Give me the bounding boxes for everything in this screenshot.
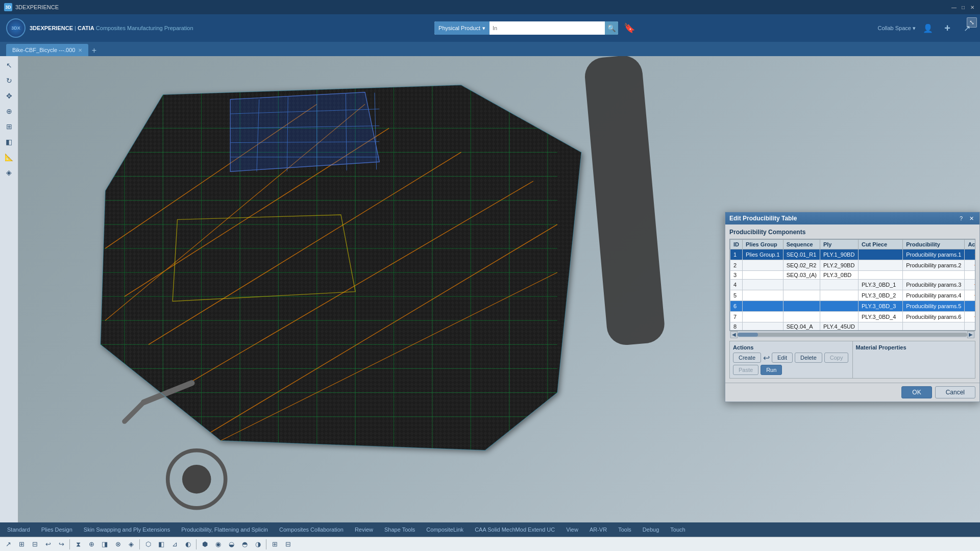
search-type-dropdown[interactable]: Physical Product ▾ (434, 21, 489, 35)
toolbar-icon-15[interactable]: ⬢ (199, 538, 211, 550)
lt-pan-icon[interactable]: ✥ (2, 89, 16, 103)
toolbar-icon-18[interactable]: ◓ (238, 538, 251, 550)
bottom-tab-9[interactable]: View (561, 524, 583, 535)
toolbar-separator-1 (69, 539, 70, 549)
toolbar-icon-21[interactable]: ⊟ (282, 538, 294, 550)
delete-button[interactable]: Delete (795, 353, 822, 363)
bottom-tab-0[interactable]: Standard (2, 524, 35, 535)
lt-rotate-icon[interactable]: ↻ (2, 73, 16, 88)
toolbar-icon-5[interactable]: ↪ (55, 538, 67, 550)
lt-select-icon[interactable]: ↖ (2, 58, 16, 72)
dialog-help-button[interactable]: ? (957, 214, 965, 222)
toolbar-icon-2[interactable]: ⊞ (15, 538, 28, 550)
copy-button[interactable]: Copy (824, 353, 849, 363)
cell-row3-col3: SEQ.03_(A) (783, 271, 820, 280)
toolbar-icon-1[interactable]: ↗ (2, 538, 14, 550)
bottom-tab-12[interactable]: Debug (638, 524, 664, 535)
window-controls[interactable]: — □ ✕ (950, 4, 976, 11)
table-row[interactable]: 2SEQ.02_R2PLY.2_90BDProducibility params… (730, 260, 976, 271)
svg-line-34 (173, 181, 533, 393)
titlebar-left: 3D 3DEXPERIENCE (4, 3, 59, 11)
table-header-row: ID Plies Group Sequence Ply Cut Piece Pr… (730, 240, 976, 249)
bottom-tab-5[interactable]: Review (350, 524, 378, 535)
paste-button[interactable]: Paste (733, 365, 758, 375)
toolbar-icon-10[interactable]: ◈ (125, 538, 137, 550)
tab-close-icon[interactable]: ✕ (78, 47, 82, 53)
table-row[interactable]: 5PLY.3_0BD_2Producibility params.4✦Hand … (730, 290, 976, 301)
toolbar-icon-6[interactable]: ⧗ (72, 538, 84, 550)
toolbar-icon-12[interactable]: ◧ (155, 538, 167, 550)
table-row[interactable]: 3SEQ.03_(A)PLY.3_0BD (730, 271, 976, 280)
bottom-tab-10[interactable]: AR-VR (584, 524, 612, 535)
table-horizontal-scrollbar[interactable]: ◀ ▶ (729, 331, 975, 338)
bookmark-button[interactable]: 🔖 (622, 21, 636, 35)
cell-row5-col5: PLY.3_0BD_2 (858, 290, 902, 301)
toolbar-separator-2 (139, 539, 140, 549)
close-button[interactable]: ✕ (969, 4, 976, 11)
table-row[interactable]: 7PLY.3_0BD_4Producibility params.6✦Hand … (730, 312, 976, 322)
table-row[interactable]: 1Plies Group.1SEQ.01_R1PLY.1_90BDProduci… (730, 249, 976, 260)
bottom-tab-2[interactable]: Skin Swapping and Ply Extensions (79, 524, 175, 535)
create-button[interactable]: Create (733, 353, 761, 363)
scroll-left-arrow[interactable]: ◀ (730, 331, 738, 338)
search-area: Physical Product ▾ 🔍 🔖 (200, 21, 872, 35)
toolbar-icon-8[interactable]: ◨ (99, 538, 111, 550)
producibility-table-wrapper[interactable]: ID Plies Group Sequence Ply Cut Piece Pr… (729, 239, 975, 331)
scrollbar-thumb[interactable] (738, 333, 758, 337)
main-tab[interactable]: Bike-CBF_Bicycle ---.000 ✕ (6, 44, 88, 56)
bottom-tab-11[interactable]: Tools (613, 524, 636, 535)
toolbar-icon-3[interactable]: ⊟ (29, 538, 41, 550)
table-row[interactable]: 8SEQ.04_APLY.4_45UD (730, 322, 976, 331)
maximize-button[interactable]: □ (960, 4, 967, 11)
search-input[interactable] (489, 21, 605, 35)
toolbar-icon-16[interactable]: ◉ (212, 538, 224, 550)
cell-row7-col5: PLY.3_0BD_4 (858, 312, 902, 322)
ok-button[interactable]: OK (901, 386, 932, 398)
run-button[interactable]: Run (761, 365, 782, 375)
search-button[interactable]: 🔍 (605, 21, 618, 35)
user-profile-button[interactable]: 👤 (921, 21, 935, 35)
svg-line-41 (230, 142, 379, 143)
table-row[interactable]: 6PLY.3_0BD_3Producibility params.5✦Hand … (730, 301, 976, 312)
svg-marker-4 (101, 85, 581, 450)
lt-measure-icon[interactable]: 📐 (2, 150, 16, 164)
svg-line-39 (230, 109, 379, 114)
bottom-tab-1[interactable]: Plies Design (36, 524, 78, 535)
bottom-tab-13[interactable]: Touch (665, 524, 690, 535)
edit-button[interactable]: Edit (772, 353, 793, 363)
add-button[interactable]: + (940, 21, 954, 35)
col-id: ID (730, 240, 743, 249)
scroll-right-arrow[interactable]: ▶ (967, 331, 974, 338)
cell-row6-col1: 6 (730, 301, 743, 312)
dialog-close-button[interactable]: ✕ (967, 214, 975, 222)
lt-zoom-icon[interactable]: ⊕ (2, 104, 16, 118)
lt-section-icon[interactable]: ◧ (2, 135, 16, 149)
expand-button[interactable]: ⤡ (967, 17, 977, 28)
table-row[interactable]: 4PLY.3_0BD_1Producibility params.3✦Hand … (730, 280, 976, 290)
bottom-tab-8[interactable]: CAA Solid MechMod Extend UC (470, 524, 560, 535)
bottom-tab-4[interactable]: Composites Collaboration (274, 524, 349, 535)
create-more-icon[interactable]: ↩ (763, 353, 770, 363)
collab-space[interactable]: Collab Space ▾ (878, 25, 916, 32)
bottom-tab-7[interactable]: CompositeLink (421, 524, 469, 535)
toolbar-icon-7[interactable]: ⊕ (85, 538, 97, 550)
material-properties-title: Material Properties (856, 344, 972, 350)
toolbar-icon-20[interactable]: ⊞ (268, 538, 281, 550)
toolbar-icon-4[interactable]: ↩ (42, 538, 54, 550)
toolbar-icon-13[interactable]: ⊿ (168, 538, 181, 550)
bottom-tab-3[interactable]: Producibility, Flattening and Splicin (176, 524, 273, 535)
toolbar-icon-17[interactable]: ◒ (225, 538, 237, 550)
minimize-button[interactable]: — (950, 4, 958, 11)
cell-row4-col7: ✦ (965, 280, 975, 290)
scrollbar-track[interactable] (738, 333, 967, 337)
toolbar-icon-14[interactable]: ◐ (182, 538, 194, 550)
toolbar-icon-9[interactable]: ⊗ (112, 538, 124, 550)
lt-fit-icon[interactable]: ⊞ (2, 119, 16, 134)
lt-render-icon[interactable]: ◈ (2, 165, 16, 180)
add-tab-button[interactable]: + (88, 45, 100, 56)
svg-line-44 (287, 97, 288, 171)
cancel-button[interactable]: Cancel (935, 386, 975, 398)
toolbar-icon-19[interactable]: ◑ (252, 538, 264, 550)
toolbar-icon-11[interactable]: ⬡ (142, 538, 154, 550)
bottom-tab-6[interactable]: Shape Tools (379, 524, 420, 535)
